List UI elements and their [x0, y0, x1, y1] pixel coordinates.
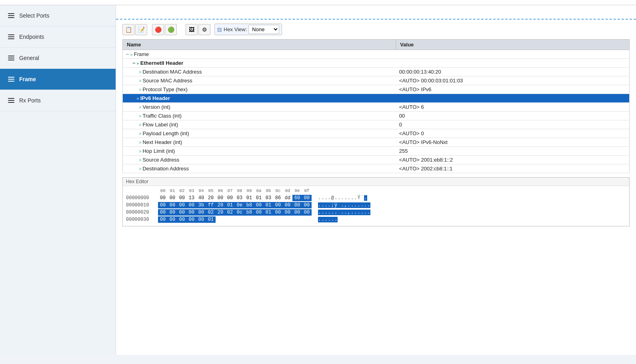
- edit-button[interactable]: 📝: [135, 24, 147, 35]
- arrow-icon: >: [139, 114, 141, 118]
- hex-byte[interactable]: 00: [168, 202, 177, 208]
- table-row[interactable]: >Destination MAC Address00:00:00:13:40:2…: [123, 68, 630, 76]
- hex-byte[interactable]: 00: [177, 209, 187, 216]
- hex-byte[interactable]: 3b: [196, 202, 206, 208]
- hex-byte[interactable]: [273, 216, 283, 223]
- hex-byte[interactable]: 03: [264, 195, 273, 201]
- hex-byte[interactable]: 13: [187, 195, 196, 201]
- hex-byte[interactable]: 60: [292, 195, 302, 201]
- hex-byte[interactable]: 00: [302, 202, 312, 208]
- hex-byte[interactable]: 0c: [235, 209, 244, 216]
- hex-byte[interactable]: b8: [244, 202, 254, 208]
- hex-byte[interactable]: 00: [168, 195, 177, 201]
- hex-byte[interactable]: 00: [273, 209, 283, 216]
- hex-byte[interactable]: 86: [273, 195, 283, 201]
- hex-byte[interactable]: [225, 216, 235, 223]
- hex-byte[interactable]: [283, 216, 292, 223]
- table-row[interactable]: >Protocol Type (hex)<AUTO> IPv6: [123, 85, 630, 94]
- hex-byte[interactable]: 01: [244, 195, 254, 201]
- sidebar-item-endpoints[interactable]: Endpoints: [0, 26, 116, 48]
- table-row[interactable]: >Traffic Class (int)00: [123, 112, 630, 120]
- collapse-icon[interactable]: −: [126, 51, 129, 57]
- collapse-icon[interactable]: −: [132, 60, 136, 66]
- hex-col-header: 04: [196, 188, 206, 193]
- hex-byte[interactable]: [216, 216, 225, 223]
- hex-byte[interactable]: 01: [264, 202, 273, 208]
- hex-byte[interactable]: 00: [254, 209, 264, 216]
- table-row[interactable]: −»IPv6 Header: [123, 94, 630, 103]
- hex-byte[interactable]: 00: [187, 209, 196, 216]
- hex-byte[interactable]: [292, 216, 302, 223]
- copy-button[interactable]: 📋: [122, 24, 134, 35]
- hex-byte[interactable]: 20: [206, 195, 216, 201]
- table-row[interactable]: >Source MAC Address<AUTO> 00:00:03:01:01…: [123, 76, 630, 85]
- hex-byte[interactable]: [235, 216, 244, 223]
- hex-byte[interactable]: 00: [273, 202, 283, 208]
- hex-byte[interactable]: 01: [225, 202, 235, 208]
- hex-byte[interactable]: 00: [158, 209, 168, 216]
- hex-byte[interactable]: 00: [177, 195, 187, 201]
- hex-byte[interactable]: dd: [283, 195, 292, 201]
- hex-byte[interactable]: 00: [168, 209, 177, 216]
- hex-byte[interactable]: 00: [283, 209, 292, 216]
- hex-byte[interactable]: 01: [206, 216, 216, 223]
- collapse-icon[interactable]: −: [132, 95, 136, 101]
- hex-byte[interactable]: 0e: [235, 202, 244, 208]
- hex-col-header: 09: [244, 188, 254, 193]
- table-row[interactable]: >Version (int)<AUTO> 6: [123, 103, 630, 112]
- hex-byte[interactable]: 00: [225, 195, 235, 201]
- hex-byte[interactable]: [244, 216, 254, 223]
- hex-byte[interactable]: ff: [206, 202, 216, 208]
- sidebar-item-general[interactable]: General: [0, 48, 116, 69]
- hex-byte[interactable]: 00: [187, 202, 196, 208]
- table-row[interactable]: >Source Address<AUTO> 2001:eb8:1::2: [123, 156, 630, 164]
- sidebar-item-frame[interactable]: Frame: [0, 69, 116, 90]
- hex-byte[interactable]: 00: [254, 202, 264, 208]
- hex-ascii: ...... ..,......: [318, 210, 370, 215]
- hex-byte[interactable]: 00: [168, 216, 177, 223]
- hex-byte[interactable]: 00: [302, 195, 312, 201]
- hex-byte[interactable]: 00: [158, 216, 168, 223]
- menu-icon: [8, 56, 14, 60]
- hex-byte[interactable]: [264, 216, 273, 223]
- hex-byte[interactable]: [254, 216, 264, 223]
- hex-byte[interactable]: 00: [187, 216, 196, 223]
- hex-byte[interactable]: 00: [216, 195, 225, 201]
- record-button[interactable]: 🔴: [152, 24, 164, 35]
- image-button[interactable]: 🖼: [186, 24, 198, 35]
- hex-byte[interactable]: b8: [244, 209, 254, 216]
- hex-byte[interactable]: 02: [206, 209, 216, 216]
- hex-byte[interactable]: 00: [283, 202, 292, 208]
- hex-byte[interactable]: 00: [158, 202, 168, 208]
- settings-button[interactable]: ⚙: [198, 24, 210, 35]
- hex-byte[interactable]: 00: [177, 202, 187, 208]
- hex-byte[interactable]: 00: [158, 195, 168, 201]
- hex-byte[interactable]: 00: [292, 202, 302, 208]
- hex-byte[interactable]: 00: [302, 209, 312, 216]
- hex-byte[interactable]: 00: [196, 209, 206, 216]
- hex-byte[interactable]: 00: [292, 209, 302, 216]
- play-button[interactable]: 🟢: [165, 24, 177, 35]
- hex-view-select[interactable]: NoneHeaderPayloadAll: [248, 25, 279, 34]
- hex-byte[interactable]: 00: [196, 216, 206, 223]
- hex-byte[interactable]: 02: [225, 209, 235, 216]
- hex-byte[interactable]: 20: [216, 202, 225, 208]
- hex-byte[interactable]: 03: [235, 195, 244, 201]
- table-row[interactable]: >Flow Label (int)0: [123, 120, 630, 129]
- table-row[interactable]: >Destination Address<AUTO> 2002:cb8:1::1: [123, 164, 630, 173]
- hex-byte[interactable]: 20: [216, 209, 225, 216]
- sidebar-item-rx-ports[interactable]: Rx Ports: [0, 90, 116, 111]
- hex-byte[interactable]: 00: [177, 216, 187, 223]
- hex-col-header: 0a: [254, 188, 264, 193]
- hex-byte[interactable]: [302, 216, 312, 223]
- table-row[interactable]: >Hop Limit (int)255: [123, 147, 630, 156]
- hex-byte[interactable]: 01: [254, 195, 264, 201]
- hex-byte[interactable]: 40: [196, 195, 206, 201]
- hex-ascii-char: Ý: [357, 195, 360, 201]
- table-row[interactable]: −»EthernetII Header: [123, 59, 630, 68]
- table-row[interactable]: −»Frame: [123, 50, 630, 59]
- sidebar-item-select-ports[interactable]: Select Ports: [0, 5, 116, 26]
- table-row[interactable]: >Next Header (int)<AUTO> IPv6-NoNxt: [123, 138, 630, 147]
- table-row[interactable]: >Payload Length (int)<AUTO> 0: [123, 129, 630, 138]
- hex-byte[interactable]: 01: [264, 209, 273, 216]
